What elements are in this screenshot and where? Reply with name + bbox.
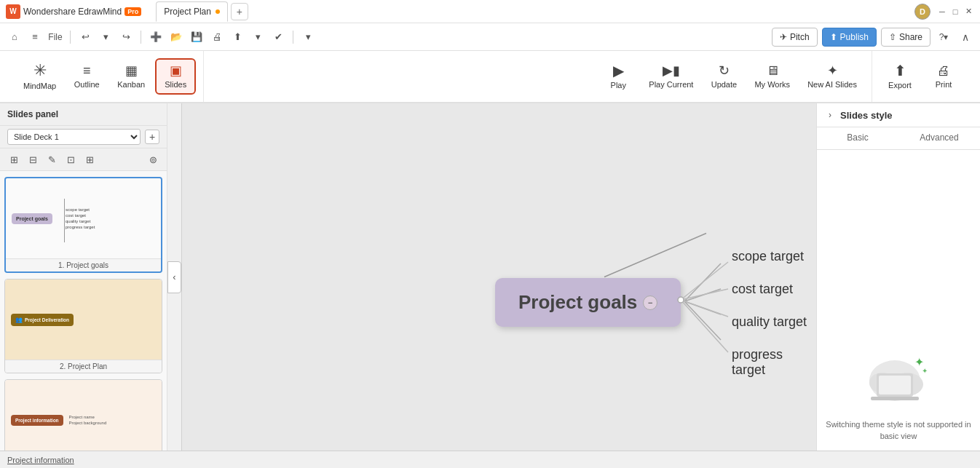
slide-thumb-1: Project goals scope target cost target q… (6, 178, 161, 258)
export-button[interactable]: ⬆ (229, 28, 246, 46)
central-node[interactable]: Project goals − (495, 278, 681, 327)
mindmap-svg (182, 103, 816, 451)
tab-modified-dot (216, 9, 220, 14)
kanban-button[interactable]: ▦ Kanban (111, 60, 151, 93)
basic-tab[interactable]: Basic (817, 127, 898, 149)
export-ribbon-button[interactable]: ⬆ Export (881, 59, 919, 94)
share-button[interactable]: ⇧ Share (881, 28, 930, 47)
window-controls: ─ □ ✕ (936, 6, 974, 17)
title-bar: W Wondershare EdrawMind Pro Project Plan… (0, 0, 980, 23)
svg-line-2 (684, 289, 721, 301)
panel-collapse-arrow[interactable]: ‹ (167, 261, 181, 293)
kanban-icon: ▦ (125, 64, 138, 77)
publish-button[interactable]: ⬆ Publish (822, 28, 877, 47)
right-panel-header: › Slides style (817, 103, 980, 127)
pro-badge: Pro (125, 7, 141, 16)
update-label: Update (711, 80, 737, 89)
outline-label: Outline (74, 80, 100, 89)
menu-icon[interactable]: ≡ (26, 28, 44, 46)
undo-button[interactable]: ↩ (76, 28, 94, 46)
canvas-area[interactable]: Project goals − scope target cost target… (182, 103, 816, 451)
save-local-button[interactable]: 💾 (188, 28, 205, 46)
update-button[interactable]: ↻ Update (705, 60, 743, 93)
publish-icon: ⬆ (830, 32, 837, 42)
panel-tabs: Basic Advanced (817, 127, 980, 150)
play-current-button[interactable]: ▶▮ Play Current (643, 60, 699, 93)
app-logo: W Wondershare EdrawMind Pro (6, 4, 141, 19)
grid-view-button[interactable]: ⊞ (6, 151, 22, 167)
slides-button[interactable]: ▣ Slides (157, 60, 194, 93)
project-plan-tab[interactable]: Project Plan (156, 1, 228, 22)
slide-item-3[interactable]: Project information Project name Project… (4, 379, 162, 451)
print-button[interactable]: 🖨 (208, 28, 226, 46)
new-ai-slides-button[interactable]: ✦ New AI Slides (802, 60, 863, 93)
print-ribbon-icon: 🖨 (937, 64, 950, 77)
pitch-label: Pitch (790, 32, 810, 42)
panel-illustration: ✦ ✦ (855, 341, 942, 413)
slide-label-2: 2. Project Plan (5, 360, 162, 373)
slides-list: Project goals scope target cost target q… (0, 171, 167, 451)
svg-line-1 (684, 263, 721, 301)
advanced-tab[interactable]: Advanced (898, 127, 980, 149)
user-avatar[interactable]: D (914, 4, 930, 20)
mark-button[interactable]: ✔ (269, 28, 287, 46)
pitch-icon: ✈ (780, 32, 787, 42)
svg-line-0 (604, 234, 706, 277)
help-button[interactable]: ?▾ (935, 28, 952, 46)
mindmap-button[interactable]: ✳ MindMap (17, 58, 62, 95)
slide-settings-button[interactable]: ⊚ (145, 151, 161, 167)
slide3-central-node: Project information (11, 415, 63, 426)
kanban-label: Kanban (117, 80, 145, 89)
outline-button[interactable]: ≡ Outline (68, 60, 106, 93)
maximize-button[interactable]: □ (949, 6, 961, 17)
export-dropdown[interactable]: ▾ (249, 28, 266, 46)
branch-2-label: cost target (732, 282, 793, 296)
home-icon[interactable]: ⌂ (6, 28, 23, 46)
slide2-central-node: 👥 Project Deliveration (11, 314, 74, 326)
more-slide-button[interactable]: ⊞ (82, 151, 98, 167)
slide-item-2[interactable]: 👥 Project Deliveration 2. Project Plan (4, 279, 162, 373)
slide-deck-row: Slide Deck 1 + (0, 126, 167, 148)
export-group: ⬆ Export 🖨 Print (872, 51, 971, 102)
separator-3 (293, 31, 293, 44)
layout-button[interactable]: ⊡ (63, 151, 79, 167)
slide-item-1[interactable]: Project goals scope target cost target q… (4, 177, 162, 273)
add-tab-button[interactable]: + (231, 3, 248, 20)
more-button[interactable]: ▾ (299, 28, 317, 46)
advanced-tab-label: Advanced (920, 132, 958, 143)
slide-deck-select[interactable]: Slide Deck 1 (7, 129, 141, 145)
project-info-link[interactable]: Project information (7, 456, 74, 464)
add-slide-deck-button[interactable]: + (145, 130, 159, 144)
my-works-button[interactable]: 🖥 My Works (748, 60, 796, 93)
status-bar: Project information (0, 451, 980, 468)
delete-slide-button[interactable]: ⊟ (25, 151, 41, 167)
svg-rect-14 (879, 376, 911, 394)
new-button[interactable]: ➕ (147, 28, 165, 46)
svg-line-7 (681, 300, 728, 317)
main-content: Slides panel Slide Deck 1 + ⊞ ⊟ ✎ ⊡ ⊞ ⊚ … (0, 103, 980, 451)
play-current-icon: ▶▮ (663, 64, 680, 77)
redo-button[interactable]: ↪ (117, 28, 135, 46)
slides-toolbar: ⊞ ⊟ ✎ ⊡ ⊞ ⊚ (0, 148, 167, 171)
undo-dropdown[interactable]: ▾ (97, 28, 114, 46)
collapse-ribbon-button[interactable]: ∧ (957, 28, 974, 46)
pitch-button[interactable]: ✈ Pitch (772, 28, 818, 47)
slides-panel: Slides panel Slide Deck 1 + ⊞ ⊟ ✎ ⊡ ⊞ ⊚ … (0, 103, 167, 451)
right-panel-collapse-button[interactable]: › (823, 108, 837, 122)
panel-note: Switching theme style is not supported i… (826, 419, 971, 442)
branch-1: scope target (732, 249, 804, 264)
minimize-button[interactable]: ─ (936, 6, 948, 17)
edit-slide-button[interactable]: ✎ (44, 151, 60, 167)
file-label[interactable]: File (47, 28, 64, 46)
play-button[interactable]: ▶ Play (599, 59, 637, 94)
play-label: Play (611, 81, 626, 90)
branch-2: cost target (732, 282, 793, 297)
print-ribbon-button[interactable]: 🖨 Print (925, 60, 963, 93)
close-button[interactable]: ✕ (963, 6, 974, 17)
svg-line-4 (684, 301, 721, 340)
collapse-node-button[interactable]: − (643, 296, 657, 310)
publish-label: Publish (840, 32, 869, 42)
open-button[interactable]: 📂 (167, 28, 185, 46)
branch-3-label: quality target (732, 314, 807, 329)
svg-line-6 (681, 289, 728, 300)
